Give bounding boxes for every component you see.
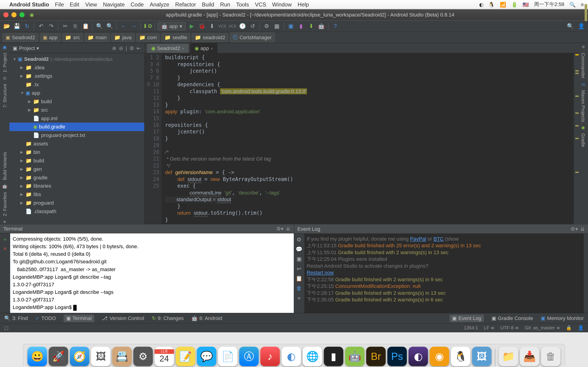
add-terminal-icon[interactable]: + [3,236,7,243]
expand-icon[interactable]: ▶ [20,175,25,180]
dock-calendar[interactable]: 11月24 [155,347,174,366]
status-git[interactable]: Git: as_master ≑ [525,325,560,331]
undo-icon[interactable]: ↶ [37,22,45,30]
save-icon[interactable]: 💾 [13,22,21,30]
dock-android-studio[interactable]: 🤖 [345,347,364,366]
tree-item--idea[interactable]: ▶📁.idea [9,63,145,72]
tree-item-proguard[interactable]: ▶📁proguard [9,199,145,207]
filter-icon[interactable]: ▣ [296,256,302,262]
tree-item-build[interactable]: ▶📁build [9,97,145,106]
gutter-project[interactable]: 1: Project [1,50,8,75]
balloon-icon[interactable]: 💬 [296,246,302,252]
status-bar-icon[interactable]: ▢ [4,325,8,331]
tw-vcs[interactable]: ⎇Version Control [102,315,144,321]
help-icon[interactable]: ? [331,22,339,30]
status-icon[interactable]: ◐ [479,1,483,7]
tree-item-src[interactable]: ▶📁src [9,106,145,114]
hide-icon[interactable]: ⇊ [580,226,585,232]
window-minimize-button[interactable] [11,12,17,17]
bc-seadroid2-pkg[interactable]: 📁seadroid2 [192,33,228,42]
avd-manager-icon[interactable]: ▮ [297,22,305,30]
menu-file[interactable]: File [55,1,64,8]
tw-gradle-console[interactable]: ▣Gradle Console [492,315,533,322]
project-tree[interactable]: ▼ ▣ Seadroid2 (~/development/android/ecl… [9,53,145,224]
android-icon[interactable]: 🤖 [2,184,7,188]
window-zoom-button[interactable] [19,12,25,17]
dock-trash[interactable]: 🗑 [541,347,561,366]
settings-icon[interactable]: ⚙ [296,236,302,243]
dock-generic[interactable]: ◐ [282,347,301,366]
back-icon[interactable]: ← [120,22,128,30]
expand-icon[interactable]: ▶ [28,108,33,112]
dock-contacts[interactable]: 📇 [112,347,132,366]
vcs-commit-icon[interactable]: VCS [228,22,237,30]
dock-appstore[interactable]: Ⓐ [239,347,259,366]
collapse-icon[interactable]: ⊖ [119,45,123,51]
cut-icon[interactable]: ✂ [61,22,69,30]
event-log-body[interactable]: If you find my plugin helpful, donate me… [304,234,584,313]
event-log-link[interactable]: Restart now [307,270,334,276]
warning-marker[interactable] [575,172,579,173]
commander-icon[interactable]: 👁 [581,45,586,49]
window-close-button[interactable] [3,12,9,17]
dock-itunes[interactable]: ♪ [260,347,280,366]
tree-item-bin[interactable]: ▶📁bin [9,148,145,156]
lock-icon[interactable]: 🔒 [566,325,572,331]
menu-window[interactable]: Window [272,1,292,8]
menu-view[interactable]: View [85,1,97,8]
status-position[interactable]: 1354:1 [464,325,478,331]
battery-icon[interactable]: 🔋 [511,1,518,7]
menu-help[interactable]: Help [298,1,309,8]
expand-icon[interactable]: ▼ [13,57,18,61]
dock-photoshop[interactable]: Ps [387,347,407,366]
settings-icon[interactable]: ⚙ [262,22,271,30]
forward-icon[interactable]: → [130,22,138,30]
warning-marker[interactable] [575,70,579,72]
dock-preview[interactable]: 🖼 [91,347,111,366]
dock-launchpad[interactable]: 🚀 [49,347,68,366]
paste-icon[interactable]: 📋 [81,22,90,30]
tree-item--tx[interactable]: 📁.tx [9,80,145,89]
gutter-gradle[interactable]: Gradle [580,131,587,150]
tree-item-libs[interactable]: ▶📁libs [9,190,145,199]
code-area[interactable]: buildscript { repositories { jcenter() }… [162,53,573,224]
dock-textedit[interactable]: 📄 [218,347,237,366]
event-log-link[interactable]: BTC [433,236,443,242]
expand-icon[interactable]: ▶ [20,158,25,163]
run-button[interactable]: ▶ [188,22,196,30]
bc-com[interactable]: 📁com [136,33,160,42]
warning-marker[interactable] [575,73,579,74]
android-icon[interactable]: 🤖 [317,22,326,30]
dock-finder[interactable]: 😀 [27,347,47,366]
tree-item-proguard-project-txt[interactable]: 📄proguard-project.txt [9,131,145,140]
bc-java[interactable]: 📁java [111,33,134,42]
flag-icon[interactable]: 🇺🇸 [523,1,529,7]
copy-icon[interactable]: ⎘ [71,22,80,30]
close-terminal-icon[interactable]: × [3,245,7,252]
run-config-selector[interactable]: 🤖 app ▾ [157,22,186,30]
dock-safari[interactable]: 🧭 [70,347,89,366]
user-icon[interactable]: 👤 [577,22,586,30]
dock-bridge[interactable]: Br [366,347,386,366]
warning-marker[interactable] [575,125,579,127]
expand-icon[interactable]: ▶ [20,201,25,205]
bc-main[interactable]: 📁main [85,33,110,42]
menubar-clock[interactable]: 周一下午2:58 [534,1,564,8]
dock-pictures[interactable]: 🖼 [472,347,492,366]
tree-item--classpath[interactable]: 📄.classpath [9,207,145,216]
clear-icon[interactable]: 🗑 [296,285,302,291]
tree-item-app[interactable]: ▼▣app [9,89,145,97]
dock-downloads[interactable]: 📥 [520,347,539,366]
gutter-structure[interactable]: 7: Structure [1,81,8,110]
tw-memory-monitor[interactable]: ▣Memory Monitor [541,315,584,322]
menu-navigate[interactable]: Navigate [103,1,125,8]
warning-marker[interactable] [575,54,579,56]
dock-folder[interactable]: 📁 [499,347,518,366]
tree-item-assets[interactable]: 📁assets [9,140,145,148]
editor-tab-app[interactable]: ◉app× [190,43,218,53]
gutter-favorites[interactable]: 2: Favorites [1,189,8,219]
menu-analyze[interactable]: Analyze [150,1,169,8]
menu-run[interactable]: Run [220,1,230,8]
tw-terminal[interactable]: ▣Terminal [64,315,94,322]
tree-item--settings[interactable]: ▶📁.settings [9,72,145,80]
